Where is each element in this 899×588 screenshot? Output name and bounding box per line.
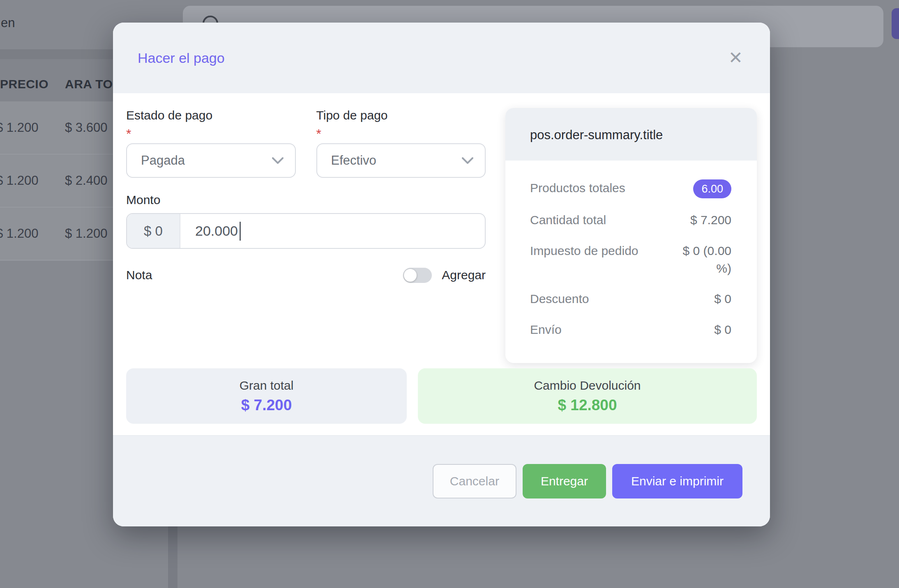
summary-value: $ 0 [714, 290, 731, 308]
summary-label: Productos totales [530, 179, 625, 197]
payment-status-select[interactable]: Pagada [126, 143, 296, 178]
dialog-footer: Cancelar Entregar Enviar e imprimir [113, 435, 770, 526]
totals-row: Gran total $ 7.200 Cambio Devolución $ 1… [126, 368, 757, 424]
deliver-button[interactable]: Entregar [523, 464, 606, 498]
cell-precio: $ 1.200 [0, 120, 38, 135]
toggle-knob [404, 269, 417, 282]
grand-total-value: $ 7.200 [241, 397, 292, 414]
chevron-down-icon [272, 157, 284, 164]
cancel-button[interactable]: Cancelar [433, 464, 516, 498]
summary-value: $ 7.200 [690, 211, 731, 229]
summary-value: $ 0 [714, 321, 731, 339]
change-return-value: $ 12.800 [558, 397, 617, 414]
note-toggle-label: Agregar [442, 268, 486, 283]
summary-row-quantity-total: Cantidad total $ 7.200 [530, 205, 731, 236]
amount-prefix: $ 0 [127, 214, 180, 248]
close-icon[interactable]: ✕ [728, 49, 743, 67]
summary-label: Descuento [530, 290, 589, 308]
grand-total-card: Gran total $ 7.200 [126, 368, 407, 424]
chevron-down-icon [462, 157, 473, 164]
cell-total: $ 1.200 [65, 226, 107, 241]
amount-input-group: $ 0 20.000 [126, 213, 486, 249]
make-payment-dialog: Hacer el pago ✕ Estado de pago * Pagada [113, 23, 770, 526]
background-text-fragment: en [1, 16, 15, 30]
payment-type-select[interactable]: Efectivo [316, 143, 486, 178]
summary-label: Envío [530, 321, 562, 339]
amount-input[interactable]: 20.000 [180, 214, 485, 248]
background-panel-divider [168, 526, 177, 588]
cell-total: $ 3.600 [65, 120, 107, 135]
change-return-label: Cambio Devolución [534, 379, 641, 393]
order-summary-column: pos.order-summary.title Productos totale… [505, 108, 757, 354]
text-cursor [240, 222, 241, 241]
dialog-title: Hacer el pago [138, 50, 225, 66]
amount-value: 20.000 [195, 223, 238, 239]
background-purple-button-fragment [892, 8, 899, 39]
payment-type-value: Efectivo [331, 153, 376, 168]
summary-row-discount: Descuento $ 0 [530, 284, 731, 315]
summary-row-shipping: Envío $ 0 [530, 315, 731, 345]
summary-value: $ 0 (0.00 %) [666, 242, 731, 277]
amount-label: Monto [126, 193, 486, 207]
send-and-print-button[interactable]: Enviar e imprimir [612, 464, 742, 498]
note-row: Nota Agregar [126, 265, 486, 285]
cell-precio: $ 1.200 [0, 173, 38, 188]
payment-status-label: Estado de pago [126, 108, 296, 123]
payment-type-field: Tipo de pago * Efectivo [316, 108, 486, 178]
summary-label: Cantidad total [530, 211, 606, 229]
dialog-body: Estado de pago * Pagada Tipo de pago [113, 93, 770, 435]
required-asterisk: * [126, 127, 296, 141]
change-return-card: Cambio Devolución $ 12.800 [418, 368, 757, 424]
order-summary-title: pos.order-summary.title [505, 108, 757, 161]
cell-total: $ 2.400 [65, 173, 107, 188]
payment-form: Estado de pago * Pagada Tipo de pago [126, 108, 486, 354]
cell-precio: $ 1.200 [0, 226, 38, 241]
column-header-precio: PRECIO [0, 77, 48, 91]
payment-type-label: Tipo de pago [316, 108, 486, 123]
order-summary-panel: pos.order-summary.title Productos totale… [505, 108, 757, 363]
grand-total-label: Gran total [240, 379, 294, 393]
products-count-badge: 6.00 [693, 179, 731, 198]
pos-screen: en Escanear/buscar producto por nombre d… [0, 0, 899, 588]
summary-label: Impuesto de pedido [530, 242, 639, 260]
note-toggle[interactable] [403, 268, 432, 283]
summary-row-products-total: Productos totales 6.00 [530, 173, 731, 205]
payment-status-field: Estado de pago * Pagada [126, 108, 296, 178]
note-label: Nota [126, 268, 152, 283]
required-asterisk: * [316, 127, 486, 141]
dialog-header: Hacer el pago ✕ [113, 23, 770, 93]
summary-row-order-tax: Impuesto de pedido $ 0 (0.00 %) [530, 236, 731, 284]
payment-status-value: Pagada [141, 153, 185, 168]
